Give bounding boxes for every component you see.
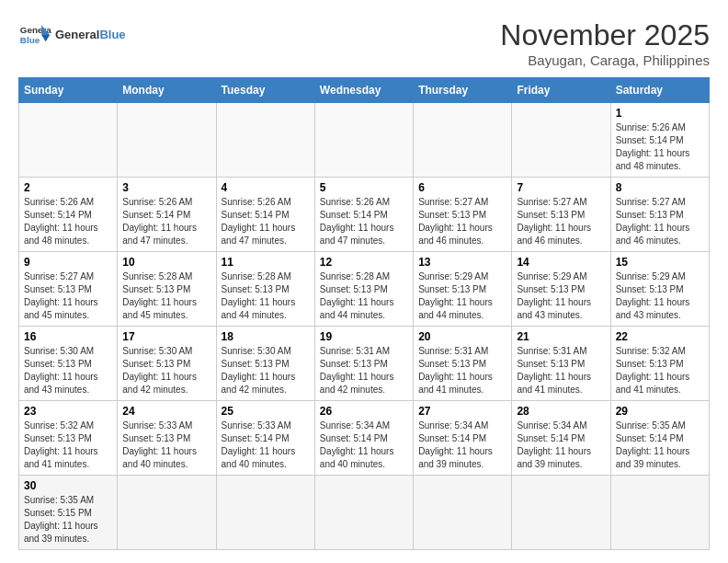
location: Bayugan, Caraga, Philippines bbox=[500, 52, 710, 68]
day-number: 20 bbox=[418, 330, 506, 343]
weekday-header-friday: Friday bbox=[512, 78, 610, 103]
day-number: 24 bbox=[122, 405, 210, 418]
day-number: 16 bbox=[24, 330, 112, 343]
calendar-cell bbox=[216, 103, 314, 178]
day-info: Sunrise: 5:31 AM Sunset: 5:13 PM Dayligh… bbox=[517, 345, 605, 396]
calendar-cell: 22Sunrise: 5:32 AM Sunset: 5:13 PM Dayli… bbox=[610, 327, 709, 401]
day-number: 27 bbox=[418, 405, 506, 418]
calendar-cell: 13Sunrise: 5:29 AM Sunset: 5:13 PM Dayli… bbox=[414, 252, 512, 327]
calendar-week-2: 2Sunrise: 5:26 AM Sunset: 5:14 PM Daylig… bbox=[19, 178, 710, 252]
day-number: 25 bbox=[222, 405, 310, 418]
calendar-cell bbox=[512, 103, 610, 178]
calendar-cell bbox=[19, 103, 118, 178]
calendar-cell: 9Sunrise: 5:27 AM Sunset: 5:13 PM Daylig… bbox=[19, 252, 118, 327]
day-info: Sunrise: 5:28 AM Sunset: 5:13 PM Dayligh… bbox=[222, 270, 310, 322]
page-header: General Blue GeneralBlue November 2025 B… bbox=[18, 18, 710, 68]
day-number: 29 bbox=[616, 405, 704, 418]
weekday-header-thursday: Thursday bbox=[414, 78, 512, 103]
day-number: 7 bbox=[517, 181, 605, 194]
calendar-cell: 14Sunrise: 5:29 AM Sunset: 5:13 PM Dayli… bbox=[512, 252, 610, 327]
day-number: 17 bbox=[122, 330, 210, 343]
day-number: 30 bbox=[24, 479, 112, 492]
weekday-header-saturday: Saturday bbox=[610, 78, 709, 103]
day-info: Sunrise: 5:26 AM Sunset: 5:14 PM Dayligh… bbox=[122, 196, 210, 247]
calendar-cell: 25Sunrise: 5:33 AM Sunset: 5:14 PM Dayli… bbox=[216, 401, 314, 476]
weekday-header-sunday: Sunday bbox=[19, 78, 118, 103]
day-info: Sunrise: 5:34 AM Sunset: 5:14 PM Dayligh… bbox=[517, 419, 605, 471]
day-info: Sunrise: 5:30 AM Sunset: 5:13 PM Dayligh… bbox=[222, 345, 310, 396]
day-info: Sunrise: 5:27 AM Sunset: 5:13 PM Dayligh… bbox=[418, 196, 506, 247]
day-number: 1 bbox=[616, 107, 704, 120]
day-number: 13 bbox=[418, 256, 506, 269]
day-info: Sunrise: 5:32 AM Sunset: 5:13 PM Dayligh… bbox=[616, 345, 704, 396]
calendar-cell: 17Sunrise: 5:30 AM Sunset: 5:13 PM Dayli… bbox=[118, 327, 216, 401]
svg-text:Blue: Blue bbox=[20, 35, 40, 45]
calendar-cell bbox=[118, 103, 216, 178]
day-info: Sunrise: 5:27 AM Sunset: 5:13 PM Dayligh… bbox=[616, 196, 704, 247]
day-info: Sunrise: 5:27 AM Sunset: 5:13 PM Dayligh… bbox=[24, 270, 112, 322]
day-info: Sunrise: 5:28 AM Sunset: 5:13 PM Dayligh… bbox=[320, 270, 408, 322]
day-number: 12 bbox=[320, 256, 408, 269]
day-number: 10 bbox=[122, 256, 210, 269]
calendar-cell: 18Sunrise: 5:30 AM Sunset: 5:13 PM Dayli… bbox=[216, 327, 314, 401]
calendar-cell: 6Sunrise: 5:27 AM Sunset: 5:13 PM Daylig… bbox=[414, 178, 512, 252]
day-number: 2 bbox=[24, 181, 112, 194]
weekday-header-monday: Monday bbox=[118, 78, 216, 103]
calendar-cell: 20Sunrise: 5:31 AM Sunset: 5:13 PM Dayli… bbox=[414, 327, 512, 401]
day-info: Sunrise: 5:26 AM Sunset: 5:14 PM Dayligh… bbox=[616, 121, 704, 173]
day-number: 22 bbox=[616, 330, 704, 343]
calendar-week-4: 16Sunrise: 5:30 AM Sunset: 5:13 PM Dayli… bbox=[19, 327, 710, 401]
day-info: Sunrise: 5:35 AM Sunset: 5:14 PM Dayligh… bbox=[616, 419, 704, 471]
day-number: 26 bbox=[320, 405, 408, 418]
day-number: 18 bbox=[222, 330, 310, 343]
calendar-cell: 8Sunrise: 5:27 AM Sunset: 5:13 PM Daylig… bbox=[610, 178, 709, 252]
calendar-cell: 26Sunrise: 5:34 AM Sunset: 5:14 PM Dayli… bbox=[314, 401, 413, 476]
calendar-week-1: 1Sunrise: 5:26 AM Sunset: 5:14 PM Daylig… bbox=[19, 103, 710, 178]
weekday-header-tuesday: Tuesday bbox=[216, 78, 314, 103]
day-number: 28 bbox=[517, 405, 605, 418]
day-info: Sunrise: 5:29 AM Sunset: 5:13 PM Dayligh… bbox=[418, 270, 506, 322]
day-number: 8 bbox=[616, 181, 704, 194]
day-info: Sunrise: 5:26 AM Sunset: 5:14 PM Dayligh… bbox=[222, 196, 310, 247]
calendar-cell bbox=[414, 476, 512, 550]
calendar-cell: 29Sunrise: 5:35 AM Sunset: 5:14 PM Dayli… bbox=[610, 401, 709, 476]
calendar-cell: 19Sunrise: 5:31 AM Sunset: 5:13 PM Dayli… bbox=[314, 327, 413, 401]
calendar-cell bbox=[216, 476, 314, 550]
calendar-week-6: 30Sunrise: 5:35 AM Sunset: 5:15 PM Dayli… bbox=[19, 476, 710, 550]
calendar-cell bbox=[414, 103, 512, 178]
day-info: Sunrise: 5:34 AM Sunset: 5:14 PM Dayligh… bbox=[320, 419, 408, 471]
calendar-cell bbox=[314, 103, 413, 178]
day-number: 5 bbox=[320, 181, 408, 194]
calendar-cell: 4Sunrise: 5:26 AM Sunset: 5:14 PM Daylig… bbox=[216, 178, 314, 252]
calendar-cell: 11Sunrise: 5:28 AM Sunset: 5:13 PM Dayli… bbox=[216, 252, 314, 327]
calendar-cell: 21Sunrise: 5:31 AM Sunset: 5:13 PM Dayli… bbox=[512, 327, 610, 401]
day-number: 15 bbox=[616, 256, 704, 269]
day-info: Sunrise: 5:31 AM Sunset: 5:13 PM Dayligh… bbox=[418, 345, 506, 396]
day-number: 19 bbox=[320, 330, 408, 343]
calendar-cell: 16Sunrise: 5:30 AM Sunset: 5:13 PM Dayli… bbox=[19, 327, 118, 401]
day-info: Sunrise: 5:30 AM Sunset: 5:13 PM Dayligh… bbox=[122, 345, 210, 396]
calendar-table: SundayMondayTuesdayWednesdayThursdayFrid… bbox=[18, 77, 710, 550]
calendar-cell: 30Sunrise: 5:35 AM Sunset: 5:15 PM Dayli… bbox=[19, 476, 118, 550]
calendar-cell bbox=[512, 476, 610, 550]
day-number: 9 bbox=[24, 256, 112, 269]
calendar-cell: 1Sunrise: 5:26 AM Sunset: 5:14 PM Daylig… bbox=[610, 103, 709, 178]
day-info: Sunrise: 5:26 AM Sunset: 5:14 PM Dayligh… bbox=[24, 196, 112, 247]
day-number: 6 bbox=[418, 181, 506, 194]
day-number: 14 bbox=[517, 256, 605, 269]
day-number: 21 bbox=[517, 330, 605, 343]
calendar-cell: 28Sunrise: 5:34 AM Sunset: 5:14 PM Dayli… bbox=[512, 401, 610, 476]
calendar-cell: 15Sunrise: 5:29 AM Sunset: 5:13 PM Dayli… bbox=[610, 252, 709, 327]
calendar-cell: 27Sunrise: 5:34 AM Sunset: 5:14 PM Dayli… bbox=[414, 401, 512, 476]
weekday-header-wednesday: Wednesday bbox=[314, 78, 413, 103]
title-block: November 2025 Bayugan, Caraga, Philippin… bbox=[500, 18, 710, 68]
calendar-cell: 3Sunrise: 5:26 AM Sunset: 5:14 PM Daylig… bbox=[118, 178, 216, 252]
calendar-cell: 12Sunrise: 5:28 AM Sunset: 5:13 PM Dayli… bbox=[314, 252, 413, 327]
day-info: Sunrise: 5:29 AM Sunset: 5:13 PM Dayligh… bbox=[517, 270, 605, 322]
calendar-cell: 5Sunrise: 5:26 AM Sunset: 5:14 PM Daylig… bbox=[314, 178, 413, 252]
month-title: November 2025 bbox=[500, 18, 710, 52]
calendar-week-5: 23Sunrise: 5:32 AM Sunset: 5:13 PM Dayli… bbox=[19, 401, 710, 476]
logo-icon: General Blue bbox=[18, 18, 51, 52]
day-info: Sunrise: 5:27 AM Sunset: 5:13 PM Dayligh… bbox=[517, 196, 605, 247]
calendar-cell: 24Sunrise: 5:33 AM Sunset: 5:13 PM Dayli… bbox=[118, 401, 216, 476]
